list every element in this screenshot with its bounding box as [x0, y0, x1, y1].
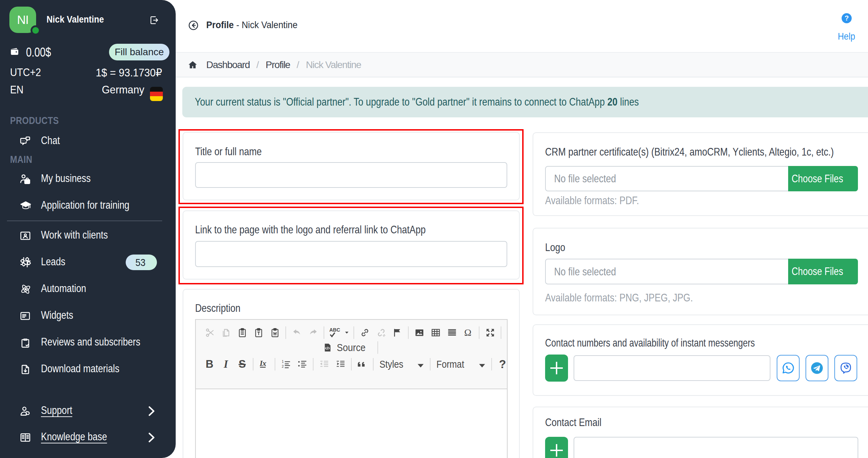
- svg-text:Ω: Ω: [464, 327, 471, 338]
- svg-text:2: 2: [282, 365, 284, 368]
- svg-text:ABC: ABC: [329, 327, 340, 333]
- svg-text:x: x: [262, 359, 266, 368]
- svg-text:1: 1: [282, 360, 284, 364]
